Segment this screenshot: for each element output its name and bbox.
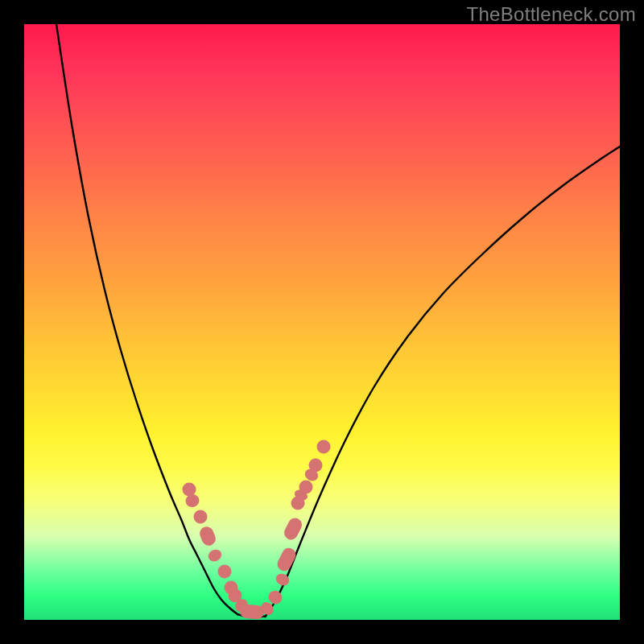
data-segment: [206, 547, 223, 564]
bottleneck-curve: [56, 24, 620, 617]
data-point: [194, 510, 208, 524]
bottleneck-curve-plot: [24, 24, 620, 620]
data-point: [218, 565, 232, 579]
data-segment: [282, 516, 304, 543]
data-segment: [198, 525, 218, 548]
data-point: [183, 483, 196, 497]
data-point: [317, 440, 331, 454]
watermark-text: TheBottleneck.com: [466, 3, 636, 26]
data-segment: [239, 604, 264, 620]
chart-area: [24, 24, 620, 620]
data-markers: [183, 440, 331, 620]
